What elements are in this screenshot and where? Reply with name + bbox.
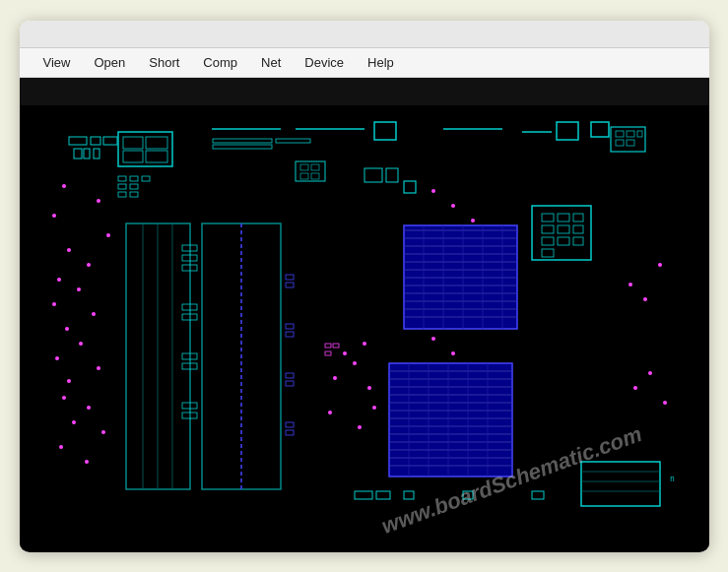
- svg-point-34: [451, 204, 455, 208]
- svg-point-166: [343, 351, 347, 355]
- menu-open[interactable]: Open: [90, 53, 129, 72]
- menu-net[interactable]: Net: [257, 53, 285, 72]
- main-window: View Open Short Comp Net Device Help: [20, 21, 709, 552]
- svg-point-16: [67, 248, 71, 252]
- menu-help[interactable]: Help: [364, 53, 398, 72]
- svg-point-51: [658, 263, 662, 267]
- svg-point-35: [471, 219, 475, 222]
- svg-point-27: [62, 396, 66, 400]
- svg-point-31: [59, 445, 63, 449]
- svg-point-33: [431, 189, 435, 193]
- svg-point-20: [52, 302, 56, 306]
- svg-point-12: [62, 184, 66, 188]
- svg-point-167: [353, 361, 357, 365]
- menu-bar: View Open Short Comp Net Device Help: [20, 48, 709, 78]
- svg-point-28: [87, 406, 91, 410]
- svg-point-32: [85, 460, 89, 464]
- svg-rect-109: [389, 363, 512, 477]
- svg-point-53: [633, 386, 637, 390]
- svg-point-25: [97, 366, 100, 370]
- svg-point-169: [333, 376, 337, 380]
- svg-text:n: n: [670, 475, 675, 483]
- svg-point-23: [79, 342, 83, 346]
- svg-point-19: [77, 287, 81, 291]
- svg-point-172: [358, 425, 362, 429]
- schematic-canvas[interactable]: n www.boardSchematic.com: [20, 105, 709, 552]
- svg-point-173: [372, 406, 376, 410]
- svg-point-18: [57, 278, 61, 282]
- svg-point-21: [92, 312, 96, 316]
- svg-point-170: [367, 386, 371, 390]
- menu-short[interactable]: Short: [145, 53, 183, 72]
- svg-point-171: [328, 411, 332, 414]
- svg-point-26: [67, 379, 71, 383]
- svg-point-22: [65, 327, 69, 331]
- svg-point-24: [55, 356, 59, 360]
- svg-point-52: [648, 371, 652, 375]
- menu-device[interactable]: Device: [300, 53, 348, 72]
- menu-comp[interactable]: Comp: [199, 53, 241, 72]
- svg-point-13: [97, 199, 100, 203]
- svg-point-168: [363, 342, 366, 346]
- svg-point-43: [431, 337, 435, 341]
- svg-point-15: [106, 233, 110, 237]
- svg-point-29: [72, 420, 76, 424]
- svg-point-30: [101, 430, 105, 434]
- svg-point-54: [663, 401, 667, 405]
- svg-point-44: [451, 351, 455, 355]
- toolbar: [20, 78, 709, 105]
- svg-point-17: [87, 263, 91, 267]
- svg-point-14: [52, 214, 56, 218]
- title-bar: [20, 21, 709, 48]
- svg-point-50: [643, 297, 647, 301]
- svg-point-49: [629, 283, 632, 286]
- menu-view[interactable]: View: [39, 53, 75, 72]
